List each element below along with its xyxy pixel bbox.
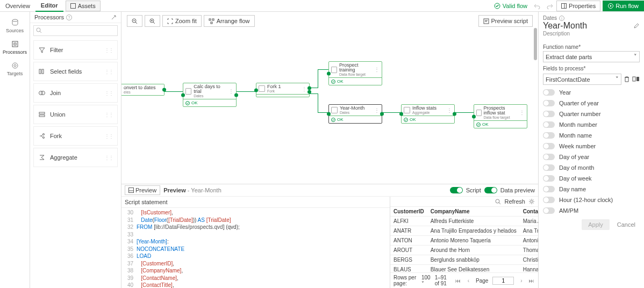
col-header[interactable]: CompanyName [427, 207, 520, 217]
toggle-month-number[interactable] [543, 121, 555, 128]
search-icon[interactable] [495, 199, 501, 205]
script-toggle[interactable] [450, 187, 463, 193]
collapse-icon[interactable] [111, 15, 117, 20]
drag-handle-icon[interactable]: ⋮⋮ [104, 112, 113, 118]
field-select[interactable]: FirstContactDate˅ [543, 74, 621, 85]
next-page-button[interactable]: › [518, 276, 524, 285]
drag-handle-icon[interactable]: ⋮⋮ [104, 47, 113, 53]
svg-rect-14 [39, 69, 41, 74]
drag-handle-icon[interactable]: ⋮⋮ [104, 155, 113, 161]
redo-button[interactable] [543, 1, 556, 11]
toggle-hour-12-hour-clock-[interactable] [543, 197, 555, 203]
table-row[interactable]: BERGSBerglunds snabbköpChristina Berglun… [390, 255, 538, 265]
node-menu-icon[interactable]: ⋮ [447, 107, 452, 113]
node-inflow-stats[interactable]: Inflow statsAggregate⋮ OK [401, 104, 455, 124]
preview-toggle-button[interactable]: Preview [125, 185, 160, 195]
svg-line-26 [153, 22, 155, 24]
toggle-quarter-number[interactable] [543, 111, 555, 117]
col-header[interactable]: CustomerID [390, 207, 427, 217]
canvas-scrollbar[interactable] [534, 28, 538, 182]
drag-handle-icon[interactable]: ⋮⋮ [104, 69, 113, 75]
assets-button[interactable]: Assets [66, 1, 101, 11]
toggle-quarter-of-year[interactable] [543, 100, 555, 106]
node-menu-icon[interactable]: ⋮ [519, 110, 525, 116]
data-preview-toggle[interactable] [484, 187, 497, 193]
last-page-button[interactable]: ⏭ [529, 276, 535, 285]
processor-filter[interactable]: Filter⋮⋮ [33, 40, 118, 60]
drag-handle-icon[interactable]: ⋮⋮ [104, 90, 113, 96]
svg-point-44 [531, 200, 533, 203]
svg-line-23 [135, 22, 137, 24]
toggle-day-of-week[interactable] [543, 175, 555, 182]
node-menu-icon[interactable]: ⋮ [228, 88, 234, 94]
undo-button[interactable] [531, 1, 543, 11]
rail-processors[interactable]: Processors [0, 37, 30, 58]
node-menu-icon[interactable]: ⋮ [374, 67, 380, 73]
edit-icon[interactable] [633, 23, 640, 29]
tab-editor[interactable]: Editor [35, 0, 63, 12]
toggle-month-name[interactable] [543, 132, 555, 139]
toggle-year[interactable] [543, 89, 555, 96]
toggle-day-of-month[interactable] [543, 164, 555, 171]
script-code[interactable]: 30 [IsCustomer],31 Date(Floor([TrialDate… [121, 208, 390, 288]
description-label[interactable]: Description [543, 31, 640, 37]
zoom-fit-button[interactable]: Zoom fit [162, 15, 202, 27]
refresh-button[interactable]: Refresh [504, 198, 525, 205]
flow-canvas[interactable]: Zoom fit Arrange flow Preview script onv… [121, 12, 538, 184]
info-icon[interactable]: i [559, 16, 564, 21]
node-calc-days-to-trial[interactable]: Calc days to trialDates⋮ OK [183, 83, 237, 107]
tab-overview[interactable]: Overview [0, 1, 35, 11]
rows-per-page-select[interactable]: 100 ˅ [421, 275, 431, 286]
run-flow-button[interactable]: Run flow [603, 1, 644, 11]
preview-script-button[interactable]: Preview script [478, 15, 533, 27]
page-input[interactable] [492, 277, 514, 285]
apply-button[interactable]: Apply [582, 219, 610, 230]
processor-fork[interactable]: Fork⋮⋮ [33, 126, 118, 146]
svg-rect-7 [14, 43, 16, 45]
add-field-icon[interactable] [632, 76, 640, 82]
processor-aggregate[interactable]: Aggregate⋮⋮ [33, 148, 118, 167]
dates-icon [185, 88, 191, 95]
aggregate-icon [404, 107, 410, 113]
help-icon[interactable]: ? [66, 15, 72, 20]
table-row[interactable]: BLAUSBlauer See DelikatessenHanna MoosSa… [390, 265, 538, 273]
settings-icon[interactable] [528, 198, 535, 205]
node-menu-icon[interactable]: ⋮ [374, 107, 380, 113]
table-row[interactable]: ANTONAntonio Moreno TaqueríaAntonio More… [390, 236, 538, 246]
node-prospects-inflow-stat[interactable]: Prospects inflow statData flow target⋮ O… [474, 104, 527, 128]
node-convert-to-dates[interactable]: onvert to dateseles [121, 84, 164, 96]
node-year-month[interactable]: Year-MonthDates⋮ OK [328, 104, 382, 124]
prev-page-button[interactable]: ‹ [466, 276, 471, 285]
svg-rect-18 [39, 112, 45, 114]
toggle-am-pm[interactable] [543, 207, 555, 214]
delete-icon[interactable] [624, 76, 630, 82]
processor-join[interactable]: Join⋮⋮ [33, 83, 118, 103]
function-name-select[interactable]: Extract date parts˅ [543, 51, 640, 62]
zoom-in-button[interactable] [145, 15, 160, 27]
table-row[interactable]: AROUTAround the HornThomas HardySales Re… [390, 246, 538, 255]
rail-sources[interactable]: Sources [0, 15, 30, 37]
arrange-flow-button[interactable]: Arrange flow [204, 15, 255, 27]
drag-handle-icon[interactable]: ⋮⋮ [104, 133, 113, 139]
properties-button[interactable]: Properties [556, 1, 600, 11]
col-header[interactable]: ContactName [520, 207, 538, 217]
node-fork-1[interactable]: Fork 1Fork⋮ [256, 83, 310, 97]
rail-targets[interactable]: Targets [0, 58, 30, 80]
toggle-day-of-year[interactable] [543, 154, 555, 160]
cancel-button[interactable]: Cancel [613, 219, 640, 230]
table-row[interactable]: ALFKIAlfreds FutterkisteMaria AndersSale… [390, 217, 538, 226]
node-prospect-training[interactable]: Prospect trainingData flow target⋮ OK [328, 61, 382, 85]
processor-select-fields[interactable]: Select fields⋮⋮ [33, 62, 118, 81]
toggle-week-number[interactable] [543, 143, 555, 149]
table-row[interactable]: ANATRAna Trujillo Emparedados y heladosA… [390, 226, 538, 236]
filter-icon [38, 46, 46, 54]
toggle-day-name[interactable] [543, 186, 555, 192]
processor-union[interactable]: Union⋮⋮ [33, 105, 118, 124]
zoom-out-button[interactable] [127, 15, 142, 27]
dates-icon [331, 107, 338, 113]
first-page-button[interactable]: ⏮ [455, 276, 461, 285]
processors-search-input[interactable] [33, 25, 118, 36]
node-menu-icon[interactable]: ⋮ [302, 86, 307, 92]
data-table[interactable]: CustomerIDCompanyNameContactNameContactT… [390, 207, 538, 272]
breadcrumb[interactable]: Dates [543, 15, 557, 21]
